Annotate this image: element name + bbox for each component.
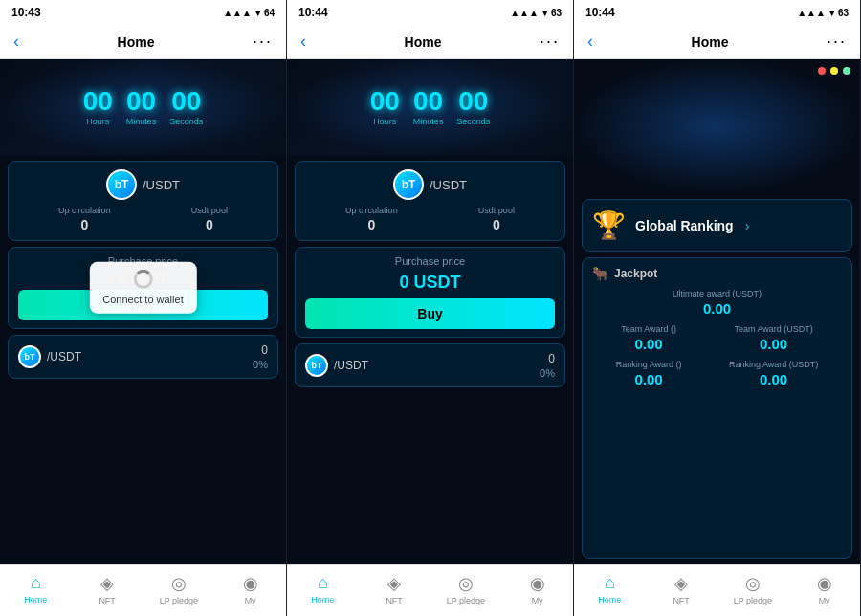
lp-left-1: bT /USDT bbox=[18, 345, 81, 368]
more-button-3[interactable]: ··· bbox=[827, 32, 847, 52]
nav-nft-2[interactable]: ◈ NFT bbox=[359, 573, 430, 605]
stat-label-circ-1: Up circulation bbox=[58, 206, 111, 215]
home-icon-2: ⌂ bbox=[318, 573, 328, 593]
nav-home-2[interactable]: ⌂ Home bbox=[287, 573, 359, 605]
lp-left-2: bT /USDT bbox=[305, 354, 368, 377]
phone-panel-2: 10:44 ▲▲▲ ▾ 63 ‹ Home ··· 00 Hours 00 Mi… bbox=[287, 0, 574, 616]
nav-lp-1[interactable]: ◎ LP pledge bbox=[144, 573, 215, 605]
lp-card-2: bT /USDT 0 0% bbox=[295, 343, 565, 387]
battery-icon-3: 63 bbox=[838, 8, 849, 18]
lp-value-2: 0 bbox=[548, 352, 555, 365]
lp-name-2: /USDT bbox=[334, 359, 368, 372]
nav-lp-3[interactable]: ◎ LP pledge bbox=[718, 573, 789, 605]
token-card-2: bT /USDT Up circulation 0 Usdt pool 0 bbox=[295, 161, 565, 241]
timer-seconds-1: 00 Seconds bbox=[169, 88, 203, 126]
lp-logo-1: bT bbox=[18, 345, 41, 368]
jackpot-header: 🐂 Jackpot bbox=[592, 266, 842, 281]
buy-button-2[interactable]: Buy bbox=[305, 298, 555, 329]
minutes-digits-2: 00 bbox=[413, 88, 443, 115]
hero-banner-1: 00 Hours 00 Minutes 00 Seconds bbox=[0, 59, 286, 155]
status-icons-1: ▲▲▲ ▾ 64 bbox=[223, 8, 275, 18]
seconds-label-1: Seconds bbox=[169, 117, 203, 126]
nav-bar-3: ‹ Home ··· bbox=[574, 25, 860, 59]
signal-icon: ▲▲▲ bbox=[223, 8, 252, 18]
token-card-1: bT /USDT Up circulation 0 Usdt pool 0 bbox=[8, 161, 278, 241]
nav-nft-label-2: NFT bbox=[386, 596, 403, 605]
seconds-digits-1: 00 bbox=[171, 88, 201, 115]
back-button-2[interactable]: ‹ bbox=[300, 32, 306, 52]
purchase-value-2: 0 USDT bbox=[399, 273, 460, 293]
nav-nft-3[interactable]: ◈ NFT bbox=[646, 573, 718, 605]
main-content-3: 🏆 Global Ranking › 🐂 Jackpot Ultimate aw… bbox=[574, 59, 860, 616]
nav-my-1[interactable]: ◉ My bbox=[214, 573, 286, 605]
dot-yellow bbox=[830, 67, 838, 75]
nav-home-1[interactable]: ⌂ Home bbox=[0, 573, 72, 605]
seconds-digits-2: 00 bbox=[458, 88, 488, 115]
ranking-usdt-value: 0.00 bbox=[760, 371, 787, 387]
home-icon-1: ⌂ bbox=[31, 573, 41, 593]
nav-lp-label-3: LP pledge bbox=[734, 596, 772, 605]
jackpot-ranking-usdt: Ranking Award (USDT) 0.00 bbox=[729, 360, 818, 387]
hero-banner-3 bbox=[574, 59, 860, 193]
lp-right-2: 0 0% bbox=[540, 352, 555, 379]
stat-label-pool-2: Usdt pool bbox=[478, 206, 515, 215]
team-unit-value: 0.00 bbox=[635, 336, 663, 352]
more-button-2[interactable]: ··· bbox=[540, 32, 560, 52]
timer-hours-1: 00 Hours bbox=[83, 88, 113, 126]
nav-my-label-3: My bbox=[819, 596, 830, 605]
jackpot-team-row: Team Award () 0.00 Team Award (USDT) 0.0… bbox=[592, 324, 842, 352]
wifi-icon-3: ▾ bbox=[829, 8, 834, 18]
nav-bar-1: ‹ Home ··· bbox=[0, 25, 286, 59]
phone-panel-3: 10:44 ▲▲▲ ▾ 63 ‹ Home ··· 🏆 Global Ranki… bbox=[574, 0, 861, 616]
team-usdt-label: Team Award (USDT) bbox=[734, 324, 812, 334]
token-stats-1: Up circulation 0 Usdt pool 0 bbox=[18, 206, 268, 232]
dot-red bbox=[818, 67, 826, 75]
time-3: 10:44 bbox=[585, 6, 615, 19]
signal-icon-3: ▲▲▲ bbox=[797, 8, 826, 18]
phone-panel-1: 10:43 ▲▲▲ ▾ 64 ‹ Home ··· 00 Hours 00 Mi… bbox=[0, 0, 287, 616]
ultimate-value: 0.00 bbox=[703, 300, 731, 317]
stat-value-circ-2: 0 bbox=[367, 217, 375, 232]
home-icon-3: ⌂ bbox=[605, 573, 615, 593]
bottom-nav-2: ⌂ Home ◈ NFT ◎ LP pledge ◉ My bbox=[287, 564, 573, 616]
back-button-1[interactable]: ‹ bbox=[13, 32, 19, 52]
stat-label-circ-2: Up circulation bbox=[345, 206, 398, 215]
hours-digits-2: 00 bbox=[370, 88, 400, 115]
more-button-1[interactable]: ··· bbox=[253, 32, 273, 52]
hours-label-1: Hours bbox=[86, 117, 109, 126]
stat-value-pool-1: 0 bbox=[206, 217, 213, 232]
time-2: 10:44 bbox=[298, 6, 328, 19]
nav-my-2[interactable]: ◉ My bbox=[501, 573, 573, 605]
nav-my-label-1: My bbox=[245, 596, 256, 605]
lp-logo-2: bT bbox=[305, 354, 328, 377]
time-1: 10:43 bbox=[11, 6, 41, 19]
back-button-3[interactable]: ‹ bbox=[587, 32, 593, 52]
token-name-1: /USDT bbox=[143, 178, 180, 192]
lp-value-1: 0 bbox=[261, 343, 268, 357]
nav-home-label-1: Home bbox=[24, 595, 47, 605]
dot-green bbox=[843, 67, 850, 75]
nav-my-3[interactable]: ◉ My bbox=[788, 573, 860, 605]
nav-home-3[interactable]: ⌂ Home bbox=[574, 573, 646, 605]
token-logo-1: bT bbox=[106, 169, 137, 200]
stat-label-pool-1: Usdt pool bbox=[191, 206, 228, 215]
status-bar-3: 10:44 ▲▲▲ ▾ 63 bbox=[574, 0, 860, 25]
jackpot-ultimate-row: Ultimate award (USDT) 0.00 bbox=[592, 289, 842, 317]
purchase-card-1: Purchase price 0 USDT Buy Connect to wal… bbox=[8, 247, 278, 329]
ranking-arrow: › bbox=[745, 218, 750, 233]
jackpot-ranking-unit: Ranking Award () 0.00 bbox=[616, 360, 682, 387]
main-content-1: 00 Hours 00 Minutes 00 Seconds bT /USDT bbox=[0, 59, 286, 616]
nav-lp-2[interactable]: ◎ LP pledge bbox=[430, 573, 502, 605]
stat-circulation-1: Up circulation 0 bbox=[58, 206, 111, 232]
lp-icon-1: ◎ bbox=[171, 573, 187, 594]
nav-home-label-2: Home bbox=[311, 595, 334, 605]
cards-area-2: bT /USDT Up circulation 0 Usdt pool 0 Pu… bbox=[287, 155, 573, 564]
nav-nft-label-3: NFT bbox=[673, 596, 690, 605]
stat-pool-1: Usdt pool 0 bbox=[191, 206, 228, 232]
seconds-label-2: Seconds bbox=[456, 117, 490, 126]
nav-nft-1[interactable]: ◈ NFT bbox=[72, 573, 144, 605]
lp-icon-2: ◎ bbox=[458, 573, 474, 594]
ranking-card[interactable]: 🏆 Global Ranking › bbox=[582, 199, 852, 252]
lp-right-1: 0 0% bbox=[253, 343, 268, 370]
token-logo-2: bT bbox=[393, 169, 424, 200]
